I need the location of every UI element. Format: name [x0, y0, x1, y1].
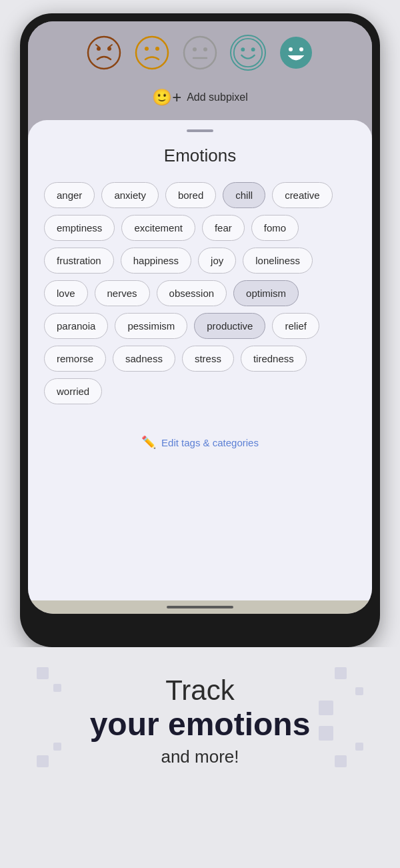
happy-outline-emoji[interactable] — [230, 35, 266, 71]
tag-happiness[interactable]: happiness — [121, 248, 191, 274]
edit-pencil-icon: ✏️ — [141, 435, 156, 450]
promo-area: Track your emotions and more! — [0, 647, 400, 794]
add-subpixel-button[interactable]: 🙂+ Add subpixel — [152, 88, 248, 107]
phone-screen: 🙂+ Add subpixel Emotions angeranxietybor… — [28, 21, 372, 614]
promo-track: Track — [20, 674, 380, 707]
tag-tiredness[interactable]: tiredness — [241, 346, 307, 372]
tags-container: angeranxietyboredchillcreativeemptinesse… — [44, 182, 356, 404]
add-subpixel-bar: 🙂+ Add subpixel — [28, 81, 372, 120]
phone-bottom-bar — [28, 600, 372, 614]
tag-relief[interactable]: relief — [272, 313, 319, 339]
sheet-title: Emotions — [44, 145, 356, 166]
bottom-sheet: Emotions angeranxietyboredchillcreativee… — [28, 120, 372, 600]
tag-nerves[interactable]: nerves — [95, 280, 150, 306]
svg-point-10 — [234, 39, 262, 67]
tag-obsession[interactable]: obsession — [157, 280, 227, 306]
tag-remorse[interactable]: remorse — [44, 346, 106, 372]
edit-tags-row: ✏️ Edit tags & categories — [44, 424, 356, 450]
svg-point-8 — [203, 47, 207, 51]
very-sad-emoji[interactable] — [86, 35, 122, 71]
tag-emptiness[interactable]: emptiness — [44, 215, 115, 241]
svg-point-4 — [145, 47, 149, 51]
tag-stress[interactable]: stress — [182, 346, 234, 372]
tag-anger[interactable]: anger — [44, 182, 95, 208]
sad-emoji[interactable] — [134, 35, 170, 71]
phone-frame: 🙂+ Add subpixel Emotions angeranxietybor… — [20, 13, 380, 647]
svg-point-3 — [136, 37, 168, 69]
svg-point-11 — [241, 47, 245, 51]
very-happy-emoji[interactable] — [278, 35, 314, 71]
tag-bored[interactable]: bored — [165, 182, 216, 208]
add-subpixel-icon: 🙂+ — [152, 88, 181, 107]
svg-point-14 — [289, 47, 293, 51]
promo-more: and more! — [20, 747, 380, 767]
tag-loneliness[interactable]: loneliness — [243, 248, 313, 274]
svg-point-6 — [184, 37, 216, 69]
tag-frustration[interactable]: frustration — [44, 248, 114, 274]
tag-love[interactable]: love — [44, 280, 88, 306]
emoji-bar — [28, 21, 372, 81]
add-subpixel-label: Add subpixel — [187, 91, 248, 103]
svg-point-13 — [280, 37, 312, 69]
tag-worried[interactable]: worried — [44, 378, 102, 404]
tag-excitement[interactable]: excitement — [121, 215, 195, 241]
promo-emotions: your emotions — [20, 707, 380, 743]
svg-point-15 — [299, 47, 303, 51]
tag-joy[interactable]: joy — [198, 248, 236, 274]
tag-anxiety[interactable]: anxiety — [101, 182, 159, 208]
neutral-emoji[interactable] — [182, 35, 218, 71]
edit-tags-button[interactable]: Edit tags & categories — [161, 437, 259, 448]
tag-fear[interactable]: fear — [202, 215, 245, 241]
svg-point-0 — [88, 37, 120, 69]
tag-creative[interactable]: creative — [272, 182, 333, 208]
tag-pessimism[interactable]: pessimism — [115, 313, 187, 339]
svg-point-12 — [251, 47, 255, 51]
sheet-handle — [187, 129, 213, 132]
tag-fomo[interactable]: fomo — [251, 215, 299, 241]
home-indicator — [167, 606, 233, 608]
tag-chill[interactable]: chill — [223, 182, 265, 208]
tag-optimism[interactable]: optimism — [233, 280, 299, 306]
tag-sadness[interactable]: sadness — [113, 346, 175, 372]
tag-paranoia[interactable]: paranoia — [44, 313, 108, 339]
svg-point-5 — [155, 47, 159, 51]
tag-productive[interactable]: productive — [194, 313, 265, 339]
svg-point-7 — [193, 47, 197, 51]
